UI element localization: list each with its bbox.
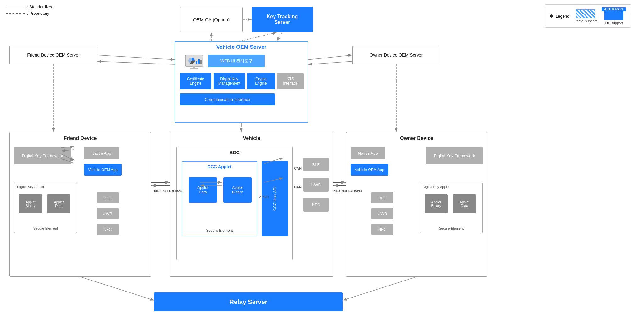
partial-support-item: Partial support xyxy=(574,9,597,23)
ble-owner-box: BLE xyxy=(371,192,393,203)
digital-key-applet-owner-container: Digital Key Applet Applet Binary Applet … xyxy=(420,183,483,233)
svg-line-16 xyxy=(308,55,352,60)
ccc-applet-container: CCC Applet Applet Data Applet Binary Sec… xyxy=(182,161,257,236)
secure-element-owner-label: Secure Element xyxy=(439,226,464,230)
vehicle-oem-server-title: Vehicle OEM Server xyxy=(216,44,267,50)
applet-binary-owner-label: Applet Binary xyxy=(431,200,441,208)
nfc-vehicle-box: NFC xyxy=(303,198,329,212)
svg-rect-3 xyxy=(198,59,200,64)
kts-interface-box: KTS Interface xyxy=(277,73,304,89)
relay-server-label: Relay Server xyxy=(229,298,267,306)
nfc-friend-box: NFC xyxy=(97,224,119,235)
applet-binary-vehicle-label: Applet Binary xyxy=(232,186,243,194)
native-app-friend-box: Native App xyxy=(84,147,119,159)
ble-owner-label: BLE xyxy=(379,196,386,200)
can1-label: CAN xyxy=(294,166,302,170)
ccc-host-api-box: CCC Host API xyxy=(262,161,288,236)
svg-rect-5 xyxy=(193,66,195,68)
digital-key-framework-owner-box: Digital Key Framework xyxy=(426,147,483,164)
uwb-vehicle-label: UWB xyxy=(311,182,321,187)
communication-interface-box: Communication Interface xyxy=(180,93,275,105)
svg-rect-2 xyxy=(196,61,197,64)
digital-key-framework-friend-box: Digital Key Framework xyxy=(14,147,71,164)
secure-element-vehicle-label: Secure Element xyxy=(206,228,233,233)
digital-key-applet-owner-label: Digital Key Applet xyxy=(423,185,450,189)
digital-key-framework-friend-label: Digital Key Framework xyxy=(22,153,63,158)
owner-device-oem-server-label: Owner Device OEM Server xyxy=(370,53,423,58)
web-ui-label: WEB UI 관리도구 xyxy=(220,58,253,64)
standardized-label: : Standardized xyxy=(27,4,53,9)
ccc-applet-title: CCC Applet xyxy=(207,164,231,169)
digital-key-mgmt-box: Digital Key Management xyxy=(214,73,245,89)
svg-line-26 xyxy=(343,277,417,300)
certificate-engine-label: Certificate Engine xyxy=(187,77,204,86)
friend-device-oem-server-box: Friend Device OEM Server xyxy=(9,46,97,64)
friend-device-oem-server-label: Friend Device OEM Server xyxy=(27,53,80,58)
key-tracking-server-box: Key TrackingServer xyxy=(252,7,313,32)
vehicle-container: Vehicle BDC CCC Applet Applet Data Apple… xyxy=(170,132,333,277)
svg-line-17 xyxy=(308,61,352,64)
legend-top-right: Legend Partial support AUTOCRYPT Full su… xyxy=(545,4,631,28)
friend-device-title: Friend Device xyxy=(64,136,97,141)
nfc-vehicle-label: NFC xyxy=(312,203,320,207)
svg-rect-6 xyxy=(190,68,198,69)
vehicle-oem-app-friend-label: Vehicle OEM App xyxy=(88,168,117,172)
vehicle-title: Vehicle xyxy=(243,136,260,141)
relay-server-box: Relay Server xyxy=(154,292,343,311)
partial-support-label: Partial support xyxy=(574,19,597,23)
applet-data-friend-label: Applet Data xyxy=(54,200,64,208)
svg-line-15 xyxy=(97,61,175,64)
svg-line-12 xyxy=(277,32,282,41)
owner-device-container: Owner Device Native App Digital Key Fram… xyxy=(346,132,487,277)
crypto-engine-label: Crypto Engine xyxy=(255,77,267,86)
friend-device-container: Friend Device Digital Key Framework Nati… xyxy=(9,132,151,277)
native-app-friend-label: Native App xyxy=(92,151,111,156)
secure-element-friend-label: Secure Element xyxy=(33,226,58,230)
digital-key-mgmt-label: Digital Key Management xyxy=(218,77,240,86)
bdc-title: BDC xyxy=(230,150,240,155)
can2-label: CAN xyxy=(294,185,302,189)
digital-key-applet-friend-container: Digital Key Applet Applet Binary Applet … xyxy=(14,183,77,233)
legend-top-left: : Standardized : Proprietary xyxy=(6,4,53,18)
native-app-owner-label: Native App xyxy=(358,151,378,156)
ble-friend-label: BLE xyxy=(104,196,112,200)
owner-device-title: Owner Device xyxy=(400,136,433,141)
svg-line-11 xyxy=(241,32,277,41)
uwb-vehicle-box: UWB xyxy=(303,178,329,192)
key-tracking-server-label: Key TrackingServer xyxy=(267,14,298,25)
applet-binary-friend-label: Applet Binary xyxy=(25,200,35,208)
full-support-item: AUTOCRYPT Full support xyxy=(602,7,626,25)
full-support-icon xyxy=(604,11,623,20)
digital-key-applet-friend-label: Digital Key Applet xyxy=(17,185,44,189)
svg-line-14 xyxy=(97,55,175,60)
applet-binary-owner-box: Applet Binary xyxy=(425,194,448,213)
proprietary-label: : Proprietary xyxy=(27,11,49,16)
certificate-engine-box: Certificate Engine xyxy=(180,73,211,89)
vehicle-oem-app-owner-box: Vehicle OEM App xyxy=(351,164,388,176)
applet-data-vehicle-label: Applet Data xyxy=(197,186,208,194)
owner-device-oem-server-box: Owner Device OEM Server xyxy=(352,46,440,64)
vehicle-oem-app-friend-box: Vehicle OEM App xyxy=(84,164,122,176)
applet-binary-friend-box: Applet Binary xyxy=(19,194,42,213)
ble-vehicle-box: BLE xyxy=(303,158,329,171)
oem-ca-label: OEM CA (Option) xyxy=(193,17,230,22)
applet-data-vehicle-box: Applet Data xyxy=(189,177,217,203)
svg-line-25 xyxy=(80,277,154,300)
solid-line-icon xyxy=(6,7,25,7)
legend-title: Legend xyxy=(556,14,569,19)
nfc-ble-uwb-left-label: NFC/BLE/UWB xyxy=(154,189,183,193)
diagram: : Standardized : Proprietary Legend Part… xyxy=(0,0,644,317)
nfc-owner-box: NFC xyxy=(371,224,393,235)
oem-ca-box: OEM CA (Option) xyxy=(180,7,243,32)
full-support-label: Full support xyxy=(605,21,623,25)
vehicle-oem-server-container: Vehicle OEM Server WEB UI 관리도구 xyxy=(175,41,308,123)
uwb-owner-label: UWB xyxy=(378,211,387,216)
web-ui-box: WEB UI 관리도구 xyxy=(208,55,265,67)
nfc-owner-label: NFC xyxy=(378,227,387,232)
digital-key-framework-owner-label: Digital Key Framework xyxy=(434,153,475,158)
ble-friend-box: BLE xyxy=(97,192,119,203)
dashed-line-icon xyxy=(6,13,25,14)
kts-interface-label: KTS Interface xyxy=(283,77,298,86)
applet-binary-vehicle-box: Applet Binary xyxy=(223,177,252,203)
vehicle-oem-app-owner-label: Vehicle OEM App xyxy=(355,168,384,172)
